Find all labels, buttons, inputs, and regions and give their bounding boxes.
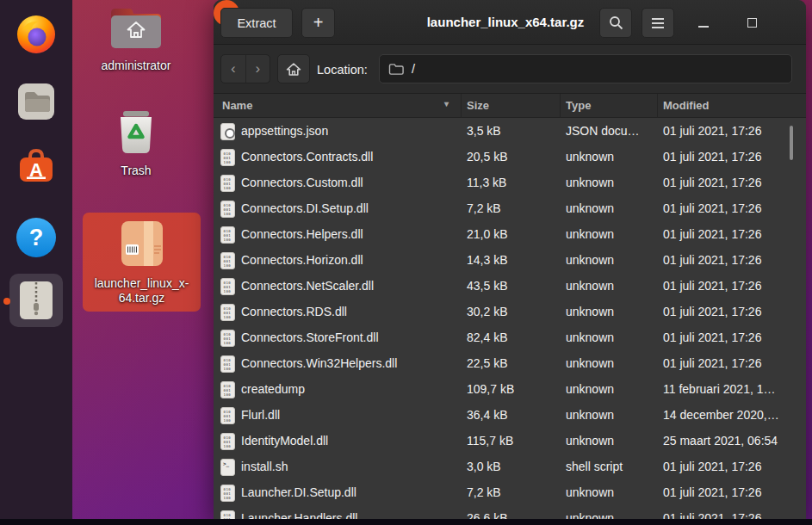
file-type: unknown bbox=[566, 201, 614, 215]
table-row[interactable]: Connectors.Contracts.dll20,5 kBunknown01… bbox=[214, 145, 806, 170]
file-modified: 01 juli 2021, 17:26 bbox=[663, 511, 761, 519]
column-divider bbox=[461, 94, 462, 118]
table-row[interactable]: Connectors.Win32Helpers.dll22,5 kBunknow… bbox=[214, 351, 806, 377]
file-size: 21,0 kB bbox=[467, 227, 507, 241]
file-size: 3,0 kB bbox=[467, 460, 501, 473]
file-size: 26,6 kB bbox=[467, 511, 507, 519]
desktop-icon-launcher-archive[interactable]: launcher_linux_x- 64.tar.gz bbox=[83, 213, 201, 312]
file-size: 11,3 kB bbox=[467, 176, 506, 189]
firefox-icon bbox=[15, 14, 57, 55]
column-header-modified[interactable]: Modified bbox=[663, 99, 709, 112]
file-name: Connectors.Helpers.dll bbox=[241, 227, 363, 241]
file-name: Connectors.Contracts.dll bbox=[241, 150, 373, 164]
file-size: 109,7 kB bbox=[467, 382, 514, 396]
file-type: unknown bbox=[566, 227, 614, 241]
forward-button[interactable]: › bbox=[246, 55, 270, 83]
menu-button[interactable] bbox=[642, 8, 674, 38]
desktop-icon-administrator[interactable]: administrator bbox=[76, 5, 196, 73]
table-row[interactable]: Launcher.Handlers.dll26,6 kBunknown01 ju… bbox=[214, 506, 806, 519]
desktop: A ? bbox=[0, 0, 812, 525]
file-type: unknown bbox=[566, 382, 614, 396]
binary-file-icon bbox=[220, 381, 235, 398]
file-modified: 01 juli 2021, 17:26 bbox=[663, 460, 761, 473]
table-row[interactable]: Connectors.Helpers.dll21,0 kBunknown01 j… bbox=[214, 222, 806, 248]
dock-item-help[interactable]: ? bbox=[15, 217, 57, 258]
file-size: 115,7 kB bbox=[467, 434, 513, 448]
file-type: JSON docu… bbox=[566, 124, 640, 138]
binary-file-icon bbox=[220, 485, 235, 502]
titlebar: Extract + launcher_linux_x64.tar.gz × bbox=[214, 0, 806, 45]
dock-item-files[interactable] bbox=[15, 81, 57, 122]
table-row[interactable]: Connectors.Custom.dll11,3 kBunknown01 ju… bbox=[214, 170, 806, 196]
minimize-button[interactable] bbox=[687, 8, 720, 38]
maximize-icon bbox=[747, 18, 757, 28]
file-name: Connectors.StoreFront.dll bbox=[241, 330, 379, 344]
table-row[interactable]: Connectors.Horizon.dll14,3 kBunknown01 j… bbox=[214, 248, 806, 274]
table-row[interactable]: Flurl.dll36,4 kBunknown14 december 2020,… bbox=[214, 403, 806, 429]
column-divider bbox=[560, 94, 561, 118]
column-divider bbox=[657, 94, 658, 118]
file-type: unknown bbox=[566, 511, 614, 519]
file-modified: 14 december 2020,… bbox=[663, 408, 779, 422]
add-files-button[interactable]: + bbox=[301, 8, 335, 38]
file-name: Connectors.Custom.dll bbox=[241, 176, 363, 189]
file-modified: 11 februari 2021, 1… bbox=[663, 382, 776, 396]
table-row[interactable]: appsettings.json3,5 kBJSON docu…01 juli … bbox=[214, 119, 806, 145]
file-name: Launcher.Handlers.dll bbox=[241, 511, 357, 519]
location-field[interactable]: / bbox=[379, 54, 792, 83]
column-header-name[interactable]: Name bbox=[222, 99, 252, 112]
table-row[interactable]: Connectors.DI.Setup.dll7,2 kBunknown01 j… bbox=[214, 196, 806, 222]
dock-item-ubuntu-software[interactable]: A bbox=[15, 145, 57, 187]
scrollbar-thumb[interactable] bbox=[790, 126, 793, 160]
binary-file-icon bbox=[220, 226, 235, 244]
minimize-icon bbox=[698, 26, 709, 28]
navigation-buttons: ‹ › bbox=[220, 54, 270, 83]
file-name: Flurl.dll bbox=[241, 408, 280, 422]
back-button[interactable]: ‹ bbox=[221, 55, 246, 83]
file-type: unknown bbox=[566, 176, 614, 189]
search-button[interactable] bbox=[599, 8, 632, 38]
file-modified: 01 juli 2021, 17:26 bbox=[663, 176, 761, 189]
file-name: Launcher.DI.Setup.dll bbox=[241, 485, 356, 499]
ubuntu-software-icon: A bbox=[15, 145, 57, 187]
file-size: 30,2 kB bbox=[467, 305, 507, 318]
table-row[interactable]: createdump109,7 kBunknown11 februari 202… bbox=[214, 377, 806, 403]
binary-file-icon bbox=[220, 330, 235, 347]
file-size: 22,5 kB bbox=[467, 356, 507, 370]
file-size: 7,2 kB bbox=[467, 201, 501, 215]
table-row[interactable]: install.sh3,0 kBshell script01 juli 2021… bbox=[214, 454, 806, 480]
table-row[interactable]: Connectors.RDS.dll30,2 kBunknown01 juli … bbox=[214, 300, 806, 325]
binary-file-icon bbox=[220, 355, 235, 373]
file-modified: 01 juli 2021, 17:26 bbox=[663, 124, 761, 138]
file-modified: 01 juli 2021, 17:26 bbox=[663, 305, 761, 318]
file-modified: 01 juli 2021, 17:26 bbox=[663, 279, 761, 293]
folder-home-icon bbox=[108, 5, 164, 50]
location-label: Location: bbox=[317, 45, 368, 94]
home-button[interactable] bbox=[277, 54, 310, 83]
dock-item-archive-manager[interactable] bbox=[9, 274, 63, 327]
table-row[interactable]: Connectors.NetScaler.dll43,5 kBunknown01… bbox=[214, 274, 806, 300]
archive-manager-icon bbox=[19, 281, 53, 320]
table-row[interactable]: IdentityModel.dll115,7 kBunknown25 maart… bbox=[214, 429, 806, 454]
desktop-icon-trash[interactable]: Trash bbox=[84, 107, 188, 178]
search-icon bbox=[609, 15, 623, 30]
json-file-icon bbox=[220, 123, 235, 140]
home-icon bbox=[286, 62, 301, 77]
file-type: unknown bbox=[566, 150, 614, 164]
location-toolbar: ‹ › Location: / bbox=[214, 45, 806, 94]
file-modified: 01 juli 2021, 17:26 bbox=[663, 201, 761, 215]
column-header-size[interactable]: Size bbox=[467, 99, 489, 112]
extract-button[interactable]: Extract bbox=[220, 8, 293, 38]
maximize-button[interactable] bbox=[735, 8, 768, 38]
desktop-icon-label: launcher_linux_x- 64.tar.gz bbox=[83, 276, 201, 306]
binary-file-icon bbox=[220, 201, 235, 218]
screen-bottom-edge bbox=[0, 519, 812, 525]
table-row[interactable]: Launcher.DI.Setup.dll7,2 kBunknown01 jul… bbox=[214, 480, 806, 506]
file-size: 3,5 kB bbox=[467, 124, 501, 138]
binary-file-icon bbox=[220, 149, 235, 166]
column-header-type[interactable]: Type bbox=[566, 99, 591, 112]
file-type: unknown bbox=[566, 305, 614, 318]
dock-item-firefox[interactable] bbox=[15, 14, 57, 55]
table-row[interactable]: Connectors.StoreFront.dll82,4 kBunknown0… bbox=[214, 325, 806, 351]
desktop-icon-label: administrator bbox=[76, 59, 196, 73]
